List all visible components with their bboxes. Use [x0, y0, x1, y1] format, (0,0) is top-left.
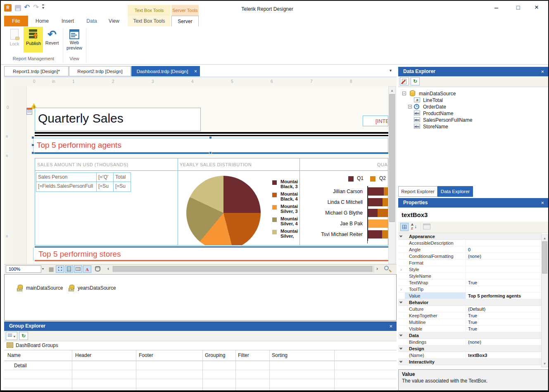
alphabetical-sort-icon[interactable]: A Z ↓ [410, 223, 418, 231]
selection-handle[interactable] [209, 136, 212, 139]
report-item-icon[interactable] [26, 108, 32, 115]
tab-insert[interactable]: Insert [57, 16, 78, 26]
tree-node-field[interactable]: + OrderDate [398, 104, 548, 110]
data-explorer-close-icon[interactable]: × [541, 67, 544, 76]
selection-handle[interactable] [31, 151, 34, 154]
table-header-cell[interactable]: Sales Person [36, 173, 97, 182]
pan-hand-icon[interactable] [95, 266, 100, 272]
property-row[interactable]: (Name)textBox3 [398, 352, 542, 359]
maximize-icon[interactable]: □ [516, 4, 520, 11]
datasource-component[interactable]: CSV mainDataSource [17, 285, 63, 291]
font-marker-icon[interactable]: A [83, 265, 91, 273]
panels-container[interactable]: SALES AMOUNT IN USD (THOUSANDS) YEARLY S… [35, 158, 388, 246]
report-title-textbox[interactable]: Quarterly Sales [35, 108, 201, 131]
double-rule-top[interactable] [35, 132, 388, 134]
property-row[interactable]: MultilineTrue [398, 319, 542, 326]
property-row[interactable]: AccessibleDescription [398, 240, 542, 246]
doc-tab-dashboard[interactable]: Dashboard.trdp [Design] × [131, 66, 200, 76]
property-row[interactable]: StyleName [398, 273, 542, 279]
group-root-row[interactable]: DashBoard Groups [4, 341, 397, 350]
doc-tab-report2[interactable]: Report2.trdp [Design] [69, 66, 131, 76]
property-row-value[interactable]: ValueTop 5 performing agents [398, 293, 542, 299]
section-marker-icon[interactable]: ≡ [6, 153, 8, 158]
property-row[interactable]: ›ToolTip [398, 286, 542, 293]
snap-to-grid-icon[interactable] [56, 265, 64, 273]
agents-title-textbox[interactable]: Top 5 performing agents [33, 138, 388, 153]
property-row[interactable]: ConditionalFormatting(none) [398, 253, 542, 260]
zoom-caret-icon[interactable]: ▾ [42, 267, 44, 271]
properties-scrollbar[interactable]: ▲ ▼ [541, 234, 548, 367]
header-field-textbox[interactable]: [INTE [363, 116, 388, 126]
tab-server[interactable]: Server [171, 16, 199, 26]
property-category[interactable]: Interactivity [398, 359, 542, 365]
tree-node-field[interactable]: abc StoreName [398, 123, 548, 130]
group-col-footer[interactable]: Footer [139, 350, 153, 361]
scroll-down-icon[interactable]: ▼ [542, 362, 548, 366]
group-list-button[interactable]: ▾ [6, 332, 17, 340]
property-row[interactable]: TextWrapTrue [398, 279, 542, 286]
ruler-toggle-icon[interactable] [74, 265, 82, 273]
design-hscroll-thumb[interactable] [113, 266, 372, 272]
property-row[interactable]: KeepTogetherTrue [398, 312, 542, 319]
tab-textbox-tools[interactable]: Text Box Tools [128, 16, 171, 26]
tab-file[interactable]: File [4, 16, 28, 26]
qat-customize-caret-icon[interactable]: ▾ [42, 5, 44, 10]
minimize-icon[interactable]: – [494, 4, 498, 12]
design-hscrollbar[interactable] [112, 266, 374, 272]
close-icon[interactable]: × [535, 3, 539, 12]
expand-arrow-icon[interactable]: › [400, 266, 402, 273]
properties-header[interactable]: Properties × [398, 198, 548, 208]
group-explorer-header[interactable]: Group Explorer × [4, 321, 397, 331]
data-explorer-header[interactable]: Data Explorer × [398, 67, 548, 76]
property-row[interactable]: Angle0 [398, 246, 542, 253]
categorized-view-icon[interactable] [400, 223, 409, 231]
pie-chart[interactable] [186, 176, 261, 246]
selection-handle[interactable] [31, 144, 34, 146]
group-col-name[interactable]: Name [7, 350, 21, 361]
table-data-cell[interactable]: [=Fields.SalesPersonFull [36, 182, 97, 191]
page-view-icon[interactable] [65, 265, 73, 273]
contextual-header-server-tools[interactable]: Server Tools [171, 5, 199, 16]
tree-node-field[interactable]: abc SalesPersonFullName [398, 117, 548, 123]
table-header-cell[interactable]: Total [114, 173, 131, 182]
group-col-sorting[interactable]: Sorting [272, 350, 288, 361]
group-explorer-close-icon[interactable]: × [389, 321, 392, 331]
refresh-icon[interactable]: ↻ [411, 77, 420, 85]
doc-tab-close-icon[interactable]: × [194, 66, 197, 77]
grid-toggle-icon[interactable]: ▦ [47, 265, 55, 273]
group-col-filter[interactable]: Filter [238, 350, 249, 361]
bar-pair[interactable] [368, 209, 388, 217]
property-category[interactable]: Design [398, 345, 542, 352]
property-row[interactable]: Bindings(none) [398, 339, 542, 345]
stores-title-textbox[interactable]: Top 5 performing stores [33, 248, 388, 261]
publish-button[interactable]: Publish [24, 28, 43, 46]
design-vscroll-thumb[interactable] [389, 94, 395, 222]
design-surface[interactable]: 0 in 1 2 3 4 5 6 7 8 0 ≡ ≡ ≡ ! [4, 77, 397, 273]
tree-node-datasource[interactable]: − mainDataSource [398, 90, 548, 97]
datasource-component[interactable]: CSV yearsDataSource [69, 285, 116, 291]
selection-handle[interactable] [209, 151, 212, 154]
scroll-up-icon[interactable]: ▲ [389, 87, 395, 92]
table-data-cell[interactable]: [=Su [97, 182, 114, 191]
design-vscrollbar[interactable]: ▲ [388, 86, 396, 264]
expand-icon[interactable]: + [408, 105, 412, 109]
doc-tab-list-caret-icon[interactable]: ▾ [390, 68, 392, 73]
scroll-left-icon[interactable]: ‹ [107, 266, 109, 272]
save-icon[interactable] [15, 5, 21, 11]
contextual-header-textbox-tools[interactable]: Text Box Tools [128, 5, 171, 16]
tree-node-field[interactable]: .E LineTotal [398, 97, 548, 104]
tab-report-explorer[interactable]: Report Explorer [398, 186, 437, 197]
collapse-icon[interactable]: − [402, 92, 406, 95]
scroll-up-icon[interactable]: ▲ [542, 235, 548, 240]
edit-datasource-icon[interactable] [400, 77, 409, 85]
zoom-combobox[interactable]: 100% [6, 265, 41, 273]
property-category[interactable]: Data [398, 332, 542, 339]
web-preview-button[interactable]: Web preview [64, 28, 84, 51]
tab-home[interactable]: Home [32, 16, 52, 26]
app-icon[interactable]: R [4, 4, 12, 12]
bar-pair[interactable] [368, 198, 388, 206]
tab-data[interactable]: Data [83, 16, 101, 26]
refresh-icon[interactable]: ↻ [19, 332, 28, 340]
scroll-right-icon[interactable]: › [376, 266, 378, 272]
selection-handle[interactable] [31, 136, 34, 139]
